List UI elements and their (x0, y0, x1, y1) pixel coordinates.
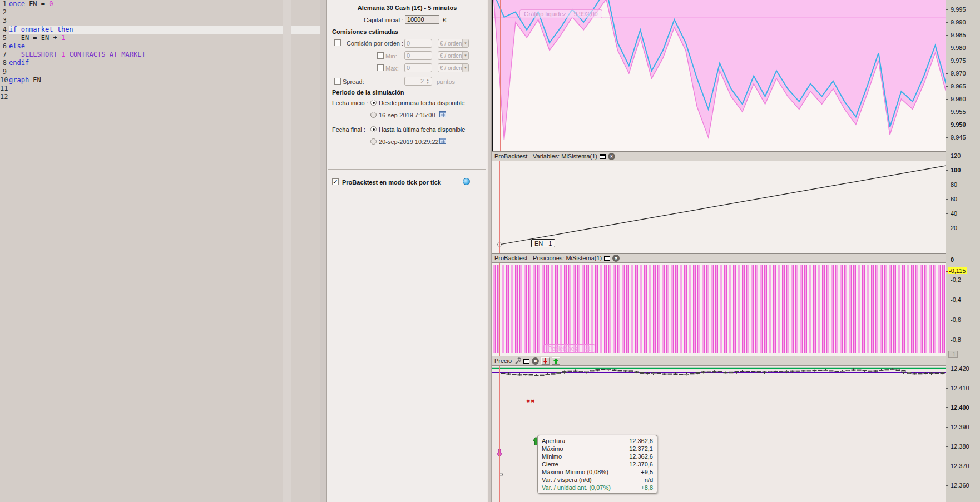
spread-checkbox[interactable] (334, 78, 341, 85)
chevron-down-icon[interactable]: ▼ (462, 64, 468, 72)
axis-tick (946, 99, 948, 100)
line-number: 9 (0, 68, 9, 76)
max-input[interactable] (404, 63, 432, 72)
code-token (9, 51, 21, 58)
axis-tick-label: 9.970 (951, 70, 966, 77)
buy-arrow-button[interactable] (552, 357, 560, 365)
code-editor[interactable]: 1once EN = 0234if onmarket then5 EN = EN… (0, 0, 320, 502)
code-token: once (9, 0, 25, 8)
axis-tick (946, 320, 948, 320)
min-checkbox[interactable] (377, 52, 384, 59)
comision-unit-select[interactable]: € / orden ▼ (438, 39, 469, 48)
max-checkbox[interactable] (377, 64, 384, 71)
code-line: 6else (0, 42, 320, 51)
tooltip-row: Cierre12.370,6 (538, 460, 657, 468)
wrench-icon[interactable] (514, 357, 521, 365)
axis-tick (946, 260, 948, 260)
axis-tick (946, 407, 948, 408)
posiciones-chart[interactable]: Posiciones -1 (492, 263, 946, 356)
line-number: 4 (0, 26, 9, 34)
min-label: Min: (385, 53, 397, 59)
code-token: graph (9, 76, 29, 84)
code-token: EN (29, 76, 41, 84)
axis-tick (946, 137, 948, 138)
calendar-icon[interactable] (439, 111, 446, 117)
axis-tick (946, 48, 948, 48)
axis-tick (946, 86, 948, 87)
comision-por-orden-checkbox[interactable] (334, 39, 341, 46)
code-token: endif (9, 59, 29, 67)
min-unit-select[interactable]: € / orden ▼ (438, 51, 469, 60)
code-line: 3 (0, 17, 320, 25)
code-line: 11 (0, 85, 320, 93)
axis-tick (946, 73, 948, 74)
spread-stepper[interactable]: ▲ ▼ (424, 77, 431, 85)
capital-unit-label: € (443, 17, 446, 23)
axis-tick (946, 369, 948, 369)
capital-inicial-label: Capital inicial : (327, 17, 403, 23)
spinner-down-icon[interactable]: ▼ (424, 81, 431, 85)
max-label: Max: (385, 65, 399, 72)
spread-unit-label: puntos (437, 78, 455, 85)
maximize-icon[interactable] (523, 359, 529, 364)
splitter-editor-settings[interactable] (320, 0, 327, 502)
axis-tick-label: 9.975 (951, 57, 966, 64)
tooltip-label: Apertura (542, 437, 565, 445)
axis-tick (946, 228, 948, 228)
close-icon[interactable]: ✖ (612, 255, 620, 262)
splitter-settings-charts[interactable] (487, 0, 492, 502)
info-bubble-icon[interactable] (463, 178, 470, 185)
maximize-icon[interactable] (600, 154, 606, 159)
variables-titlebar[interactable]: ProBacktest - Variables: MiSistema(1) ✖ (492, 151, 946, 161)
axis-tick-label: 12.410 (951, 385, 969, 391)
close-icon[interactable]: ✖ (608, 153, 615, 160)
chevron-down-icon[interactable]: ▼ (462, 52, 468, 59)
axis-tick (946, 340, 948, 340)
liquidez-chart[interactable]: Gráfico liquidez 9.992,00 (492, 0, 946, 151)
tick-mode-checkbox[interactable]: ✓ (332, 178, 339, 185)
maximize-icon[interactable] (604, 256, 610, 261)
crosshair-line (499, 161, 500, 253)
min-input[interactable] (404, 51, 432, 60)
fecha-final-last-radio[interactable] (370, 126, 377, 132)
sell-arrow-button[interactable] (541, 357, 550, 365)
posiciones-titlebar[interactable]: ProBacktest - Posiciones: MiSistema(1) ✖ (492, 253, 946, 263)
tooltip-value: 12.362,6 (629, 437, 653, 445)
code-line: 8endif (0, 59, 320, 67)
code-line: 5 EN = EN + 1 (0, 34, 320, 42)
code-editor-scrollbar[interactable] (283, 0, 291, 502)
posiciones-label-value: -1 (585, 345, 591, 352)
comision-por-orden-input[interactable] (404, 39, 432, 48)
axis-tick (946, 185, 948, 185)
commissions-header: Comisiones estimadas (332, 28, 398, 35)
code-token (57, 51, 61, 58)
max-unit-select[interactable]: € / orden ▼ (438, 63, 469, 72)
precio-titlebar[interactable]: Precio ✖ (492, 356, 946, 366)
calendar-icon[interactable] (439, 138, 446, 144)
comision-unit-value: € / orden (438, 41, 462, 47)
variables-chart[interactable]: EN 1 (492, 161, 946, 253)
en-label-text: EN (534, 240, 543, 247)
fecha-inicio-date-radio[interactable] (370, 112, 377, 118)
axis-tick (946, 156, 948, 156)
tooltip-value: 12.372,1 (629, 445, 653, 453)
cursor-value-label: -0,115 (948, 267, 967, 274)
price-axis-column[interactable]: -0,115 -1 9.9959.9909.9859.9809.9759.970… (946, 0, 980, 502)
line-number: 5 (0, 34, 9, 42)
close-icon[interactable]: ✖ (532, 357, 539, 365)
line-number: 1 (0, 0, 9, 8)
fecha-inicio-first-radio[interactable] (370, 100, 377, 106)
fecha-final-date-radio[interactable] (370, 138, 377, 145)
capital-inicial-input[interactable] (405, 15, 439, 24)
separator (328, 169, 486, 170)
axis-tick-label: 100 (951, 167, 961, 173)
line-number: 3 (0, 17, 9, 25)
tooltip-value: 12.370,6 (629, 460, 653, 468)
code-token: 0 (49, 0, 53, 8)
code-line: 2 (0, 8, 320, 17)
liquidez-value-label: Gráfico liquidez 9.992,00 (519, 9, 602, 18)
chevron-down-icon[interactable]: ▼ (462, 39, 468, 47)
axis-tick-label: 12.360 (951, 482, 969, 489)
tooltip-label: Máximo-Mínimo (0,08%) (542, 468, 608, 476)
precio-chart[interactable]: ✖ ✖ Apertura12.362,6Máximo12.372,1Mínimo… (492, 366, 946, 502)
